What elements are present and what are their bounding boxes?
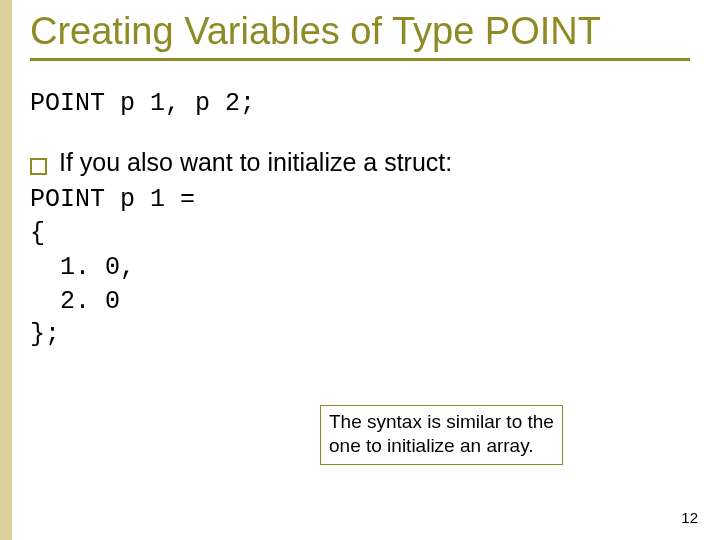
code-declare: POINT p 1, p 2; [30,87,690,121]
page-number: 12 [681,509,698,526]
code-init-line5: }; [30,318,690,352]
callout-line: The syntax is similar to the [329,410,554,434]
slide-title: Creating Variables of Type POINT [30,10,690,54]
bullet-item: If you also want to initialize a struct: [30,148,690,177]
square-bullet-icon [30,158,47,175]
left-accent-strip [0,0,12,540]
code-init-line3: 1. 0, [30,251,690,285]
code-init-line1: POINT p 1 = [30,183,690,217]
code-init-line2: { [30,217,690,251]
title-underline [30,58,690,61]
callout-box: The syntax is similar to the one to init… [320,405,563,465]
code-init-line4: 2. 0 [30,285,690,319]
bullet-text: If you also want to initialize a struct: [59,148,452,177]
callout-line: one to initialize an array. [329,434,554,458]
